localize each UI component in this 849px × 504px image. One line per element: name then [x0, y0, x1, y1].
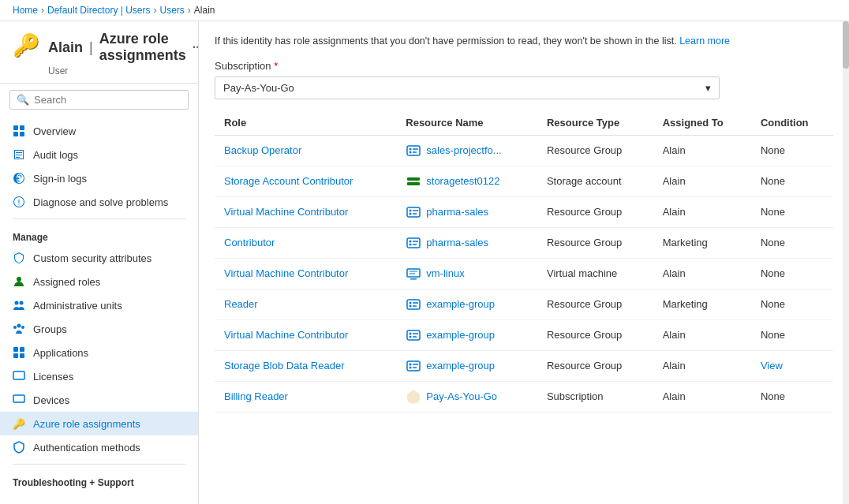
- condition-cell: None: [751, 166, 833, 196]
- subscription-section: Subscription * Pay-As-You-Go ▾: [215, 60, 833, 99]
- table-row: Virtual Machine Contributor pharma-sales…: [215, 196, 833, 227]
- signin-logs-label: Sign-in logs: [33, 173, 87, 185]
- table-row: Billing Reader Pay-As-You-Go Subscriptio…: [215, 381, 833, 412]
- sidebar-item-devices[interactable]: Devices: [0, 388, 198, 412]
- more-options-button[interactable]: ···: [193, 40, 199, 54]
- role-link[interactable]: Virtual Machine Contributor: [224, 267, 348, 279]
- assigned-roles-label: Assigned roles: [33, 276, 100, 288]
- groups-label: Groups: [33, 323, 67, 335]
- role-cell: Storage Blob Data Reader: [215, 350, 396, 381]
- resource-name-link[interactable]: pharma-sales: [426, 237, 488, 248]
- devices-icon: [13, 394, 25, 406]
- sidebar-item-azure-roles[interactable]: 🔑 Azure role assignments: [0, 412, 198, 435]
- role-cell: Reader: [215, 289, 396, 319]
- breadcrumb-users[interactable]: Users: [160, 5, 185, 16]
- overview-icon: [13, 125, 25, 137]
- resource-name-link[interactable]: example-group: [426, 329, 495, 341]
- search-input[interactable]: [34, 94, 181, 106]
- resource-name-link[interactable]: vm-linux: [426, 267, 464, 279]
- sidebar-item-audit-logs[interactable]: Audit logs: [0, 143, 198, 166]
- page-header: 🔑 Alain | Azure role assignments ··· Use…: [0, 21, 198, 84]
- sidebar-item-overview[interactable]: Overview: [0, 119, 198, 143]
- resource-name-cell: example-group: [396, 319, 537, 350]
- role-link[interactable]: Storage Blob Data Reader: [224, 360, 344, 371]
- sidebar-item-diagnose[interactable]: Diagnose and solve problems: [0, 190, 198, 214]
- sidebar-item-admin-units[interactable]: Administrative units: [0, 293, 198, 317]
- assigned-to-cell: Alain: [653, 381, 751, 412]
- subscription-label: Subscription *: [215, 60, 833, 72]
- role-link[interactable]: Backup Operator: [224, 144, 301, 156]
- resource-type-cell: Virtual machine: [537, 258, 653, 289]
- sidebar-nav: Overview Audit logs Sign-in logs Diagnos…: [0, 116, 198, 504]
- resource-name-link[interactable]: sales-projectfo...: [426, 144, 501, 156]
- svg-point-23: [410, 212, 412, 215]
- assigned-to-cell: Alain: [653, 319, 751, 350]
- svg-point-18: [410, 151, 412, 153]
- header-key-icon: 🔑: [13, 32, 40, 58]
- sidebar-item-licenses[interactable]: Licenses: [0, 364, 198, 388]
- resource-name-link[interactable]: pharma-sales: [426, 206, 488, 218]
- assigned-to-cell: Marketing: [653, 227, 751, 258]
- sidebar-item-groups[interactable]: Groups: [0, 317, 198, 341]
- role-link[interactable]: Contributor: [224, 237, 275, 248]
- sidebar-item-applications[interactable]: Applications: [0, 341, 198, 364]
- resource-name-link[interactable]: storagetest0122: [426, 175, 499, 187]
- role-link[interactable]: Reader: [224, 298, 258, 310]
- custom-security-icon: [13, 252, 25, 264]
- devices-label: Devices: [33, 394, 69, 406]
- svg-rect-13: [20, 353, 24, 358]
- condition-view-link[interactable]: View: [761, 360, 783, 371]
- resource-icon: [406, 358, 421, 374]
- audit-logs-label: Audit logs: [33, 149, 78, 161]
- assigned-to-cell: Alain: [653, 196, 751, 227]
- role-link[interactable]: Virtual Machine Contributor: [224, 206, 348, 218]
- subscription-dropdown[interactable]: Pay-As-You-Go ▾: [215, 77, 720, 99]
- svg-rect-15: [13, 395, 24, 402]
- resource-icon: [406, 143, 421, 159]
- svg-point-6: [20, 301, 24, 305]
- condition-cell: View: [751, 350, 833, 381]
- col-role: Role: [215, 110, 396, 136]
- header-text: Alain | Azure role assignments ··· User: [48, 31, 199, 77]
- required-marker: *: [274, 60, 278, 72]
- table-row: Storage Blob Data Reader example-group R…: [215, 350, 833, 381]
- scrollbar-thumb[interactable]: [843, 21, 849, 69]
- svg-point-22: [410, 209, 412, 211]
- role-link[interactable]: Billing Reader: [224, 390, 288, 402]
- sidebar-item-assigned-roles[interactable]: Assigned roles: [0, 270, 198, 293]
- svg-point-33: [410, 332, 412, 334]
- role-cell: Virtual Machine Contributor: [215, 258, 396, 289]
- search-box: 🔍: [9, 90, 189, 110]
- resource-icon: [406, 174, 421, 189]
- sidebar-item-auth-methods[interactable]: Authentication methods: [0, 435, 198, 459]
- svg-point-7: [17, 324, 21, 328]
- sidebar-item-signin-logs[interactable]: Sign-in logs: [0, 166, 198, 190]
- applications-icon: [13, 346, 25, 359]
- resource-type-cell: Resource Group: [537, 319, 653, 350]
- svg-rect-14: [13, 371, 24, 379]
- breadcrumb-directory[interactable]: Default Directory | Users: [47, 5, 150, 16]
- learn-more-link[interactable]: Learn more: [679, 35, 730, 47]
- diagnose-icon: [13, 196, 25, 208]
- role-cell: Backup Operator: [215, 135, 396, 166]
- role-link[interactable]: Storage Account Contributor: [224, 175, 353, 187]
- svg-rect-21: [407, 207, 420, 217]
- info-banner: If this identity has role assignments th…: [215, 34, 833, 49]
- resource-type-cell: Storage account: [537, 166, 653, 196]
- col-resource-name: Resource Name: [396, 110, 537, 136]
- resource-name-link[interactable]: example-group: [426, 298, 495, 310]
- svg-rect-20: [407, 182, 420, 185]
- breadcrumb-home[interactable]: Home: [13, 5, 38, 16]
- diagnose-label: Diagnose and solve problems: [33, 196, 168, 208]
- admin-units-icon: [13, 299, 25, 312]
- breadcrumb-sep-1: ›: [41, 5, 44, 16]
- resource-name-link[interactable]: example-group: [426, 360, 495, 371]
- resource-type-cell: Resource Group: [537, 196, 653, 227]
- resource-name-link[interactable]: Pay-As-You-Go: [426, 390, 497, 402]
- svg-point-8: [13, 326, 17, 329]
- role-link[interactable]: Virtual Machine Contributor: [224, 329, 348, 341]
- svg-point-26: [410, 243, 412, 245]
- resource-name-cell: storagetest0122: [396, 166, 537, 196]
- col-condition: Condition: [751, 110, 833, 136]
- sidebar-item-custom-security[interactable]: Custom security attributes: [0, 246, 198, 270]
